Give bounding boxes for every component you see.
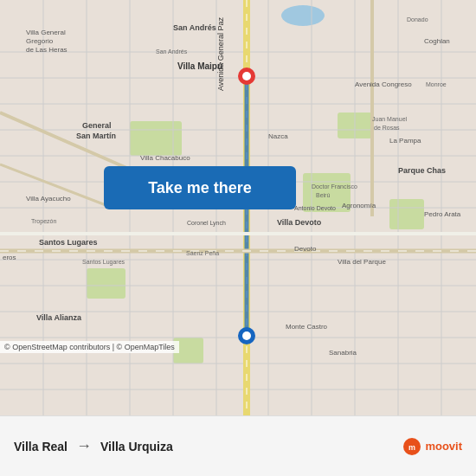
svg-text:Villa Ayacucho: Villa Ayacucho <box>26 195 71 203</box>
svg-rect-4 <box>87 268 125 299</box>
svg-text:de Las Heras: de Las Heras <box>26 46 68 54</box>
svg-text:La Pampa: La Pampa <box>389 137 421 145</box>
svg-text:Coronel Lynch: Coronel Lynch <box>187 220 226 227</box>
svg-text:Devoto: Devoto <box>294 245 317 253</box>
svg-text:Doctor Francisco: Doctor Francisco <box>312 183 357 190</box>
svg-point-7 <box>281 5 325 26</box>
svg-text:Villa Devoto: Villa Devoto <box>277 218 322 227</box>
svg-text:Juan Manuel: Juan Manuel <box>372 116 408 122</box>
svg-text:Santos Lugares: Santos Lugares <box>39 238 98 247</box>
take-me-there-button[interactable]: Take me there <box>104 166 296 209</box>
moovit-icon: m <box>402 437 421 456</box>
svg-text:Pedro Arata: Pedro Arata <box>424 210 461 218</box>
map-attribution: © OpenStreetMap contributors | © OpenMap… <box>0 341 179 353</box>
svg-text:Villa Maipú: Villa Maipú <box>177 61 222 71</box>
svg-point-80 <box>242 331 251 340</box>
svg-text:Monroe: Monroe <box>426 81 447 87</box>
svg-text:Antonio Devoto: Antonio Devoto <box>294 205 336 211</box>
svg-text:Gregorio: Gregorio <box>26 37 54 45</box>
svg-rect-1 <box>130 121 182 156</box>
svg-text:Villa Chacabuco: Villa Chacabuco <box>140 154 190 162</box>
svg-text:m: m <box>408 443 415 452</box>
svg-text:Avenida Congreso: Avenida Congreso <box>355 80 412 88</box>
svg-text:Sáenz Peña: Sáenz Peña <box>186 250 219 256</box>
svg-text:San Andrés: San Andrés <box>156 48 188 55</box>
route-from: Villa Real <box>14 440 68 453</box>
svg-text:Santos Lugares: Santos Lugares <box>82 259 125 266</box>
map-container: Avenida General Paz Villa General Gregor… <box>0 0 476 415</box>
svg-text:Monte Castro: Monte Castro <box>286 323 328 331</box>
svg-text:San Martín: San Martín <box>76 132 116 140</box>
route-to: Villa Urquiza <box>100 440 173 453</box>
svg-text:Parque Chas: Parque Chas <box>398 166 446 175</box>
svg-text:de Rosas: de Rosas <box>374 125 400 131</box>
bottom-bar: Villa Real → Villa Urquiza m moovit <box>0 415 476 476</box>
svg-text:Coghlan: Coghlan <box>424 37 450 45</box>
moovit-logo: m moovit <box>402 437 462 456</box>
attribution-text: © OpenStreetMap contributors | © OpenMap… <box>4 343 175 351</box>
svg-point-78 <box>242 72 251 80</box>
moovit-text: moovit <box>425 440 462 453</box>
svg-text:eros: eros <box>3 254 16 261</box>
svg-text:General: General <box>82 121 112 130</box>
svg-rect-6 <box>389 199 424 229</box>
svg-text:Nazca: Nazca <box>268 132 288 140</box>
svg-text:Villa General: Villa General <box>26 29 66 36</box>
svg-text:Donado: Donado <box>407 16 428 23</box>
svg-text:Beirú: Beirú <box>316 192 330 198</box>
svg-text:Sanabria: Sanabria <box>329 349 357 357</box>
svg-text:Agronomía: Agronomía <box>342 202 376 209</box>
svg-text:San Andrés: San Andrés <box>173 23 216 32</box>
svg-text:Villa Alianza: Villa Alianza <box>36 313 82 322</box>
route-arrow: → <box>76 437 92 455</box>
svg-text:Tropezón: Tropezón <box>31 218 56 225</box>
route-info: Villa Real → Villa Urquiza <box>14 437 173 455</box>
svg-text:Villa del Parque: Villa del Parque <box>338 258 386 266</box>
svg-text:Avenida General Paz: Avenida General Paz <box>216 17 225 91</box>
